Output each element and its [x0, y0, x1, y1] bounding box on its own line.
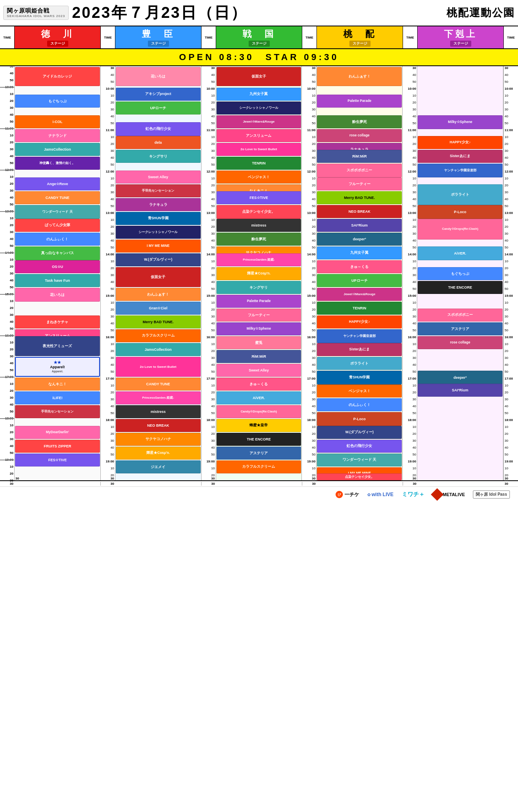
event-task[interactable]: Task have Fun	[15, 274, 100, 287]
event-kiraboshi-toy[interactable]: 輝星★Cosμ'n.	[116, 447, 201, 460]
event-shinshi[interactable]: 神使轟く、激情の如く。	[15, 157, 100, 170]
event-canvas[interactable]: 真っ白なキャンバス	[15, 246, 100, 260]
event-nonfiku[interactable]: のんふぃく！	[15, 233, 100, 246]
event-imymmine[interactable]: I MY ME MINE	[116, 240, 201, 253]
event-mitsu-sen[interactable]: 蜜兎	[217, 336, 301, 349]
event-fruity-mom[interactable]: フルーティー	[317, 177, 402, 190]
event-tenrin-sen[interactable]: TENRIN	[217, 157, 301, 170]
event-jams[interactable]: JamsCollection	[15, 143, 100, 156]
event-spopo-gek[interactable]: スポポポポニー	[418, 309, 503, 322]
event-milky-sen[interactable]: Milky☆Sphene	[217, 322, 301, 335]
event-rose-mom[interactable]: rose collage	[317, 129, 402, 142]
event-kyukuru-sen[interactable]: きゅ～くる	[217, 378, 301, 391]
event-palette-sen[interactable]: Palette Parade	[217, 295, 301, 308]
event-moguchippu-gek[interactable]: もぐちっぷ	[418, 267, 503, 280]
event-kiraboshi-sen[interactable]: 輝星★Cosμ'n.	[217, 267, 301, 280]
event-festive-sen[interactable]: FES☆TIVE	[217, 191, 301, 204]
event-deeper-mom[interactable]: deeper²	[317, 233, 402, 246]
event-nonfiku-mom[interactable]: のんふぃく！	[317, 398, 402, 411]
event-neo-break-mom[interactable]: NEO BREAK	[317, 205, 402, 218]
event-mistress-sen[interactable]: mistress	[217, 219, 301, 232]
event-aoshun-mom[interactable]: 青SHUN学園	[317, 371, 402, 384]
event-moguchippu[interactable]: もぐちっぷ	[15, 95, 100, 108]
event-ilife[interactable]: iLIFE!	[15, 391, 100, 404]
event-sai2rium-gek[interactable]: SAI²Rium	[418, 384, 503, 397]
event-sister-mom[interactable]: Sisterあにま	[317, 343, 402, 356]
event-hachimitsu[interactable]: 蜂蜜★皇帝	[217, 419, 301, 432]
event-kingsari-toy[interactable]: キングサリ	[116, 150, 201, 163]
event-sweet-alley-sen[interactable]: Sweet Alley	[217, 364, 301, 377]
event-patten[interactable]: ぱってん少女隊	[15, 219, 100, 232]
event-ange[interactable]: Ange☆Reve	[15, 177, 100, 190]
event-rim-sen[interactable]: ЯiM:MiR	[217, 350, 301, 363]
event-yanchan-mom[interactable]: ヤンチャン学園音楽部	[317, 329, 402, 343]
event-jewel-mom[interactable]: Jewel☆Mare&Rouge	[317, 288, 402, 301]
event-kyushu-mom[interactable]: 九州女子翼	[317, 246, 402, 259]
event-benjas-mom[interactable]: ベンジャス！	[317, 384, 402, 397]
event-festive-tok[interactable]: FES☆TIVE	[15, 454, 100, 466]
event-jewel-sen[interactable]: Jewel☆Mare&Rouge	[217, 115, 301, 128]
event-idol-college[interactable]: アイドルカレッジ	[15, 67, 100, 86]
event-hana-toy[interactable]: 花いろは	[116, 67, 201, 86]
event-encore-gek[interactable]: THE ENCORE	[418, 281, 503, 294]
event-ploco-mom[interactable]: P-Loco	[317, 412, 402, 426]
event-polar-mom[interactable]: ポラライト	[317, 357, 402, 370]
event-tebasan-tok[interactable]: 手羽先センセーション	[15, 405, 100, 418]
event-merry-bad-toy[interactable]: Merry BAD TUNE.	[116, 315, 201, 328]
event-yakousei[interactable]: 夜光性アミューズ	[15, 336, 100, 356]
event-colorful-sen[interactable]: カラフルスクリーム	[217, 460, 301, 473]
event-kamen-toy[interactable]: 仮面女子	[116, 267, 201, 287]
event-asteria-sen[interactable]: アステリア	[217, 447, 301, 460]
event-icol[interactable]: i-COL	[15, 115, 100, 128]
event-fruits-zipper[interactable]: FRUITS ZIPPER	[15, 440, 100, 453]
event-upload-toy[interactable]: UPローチ	[116, 102, 201, 114]
event-tenrin-mom[interactable]: TENRIN	[317, 302, 402, 315]
event-2olove-sen[interactable]: 2o Love to Sweet Bullet	[217, 143, 301, 156]
event-double-v-toy[interactable]: W.(ダブルヴィー)	[116, 253, 201, 266]
event-secret-toy[interactable]: シークレットシャノワール	[116, 226, 201, 239]
event-upload-mom[interactable]: UPローチ	[317, 274, 402, 287]
event-wanfas-toy[interactable]: わんふぁす！	[116, 288, 201, 301]
event-apparel[interactable]: ★★ Apparel! Apparel.	[15, 357, 100, 377]
event-maneki[interactable]: まねきケチャ	[15, 315, 100, 328]
event-happy-gek[interactable]: HAPPY少女♪	[418, 136, 503, 149]
event-osu[interactable]: OS☆U	[15, 260, 100, 273]
event-sai2rium-1[interactable]: SAI²Rium	[317, 219, 402, 232]
event-princess-sen[interactable]: PrincessGarden-姫庭-	[217, 253, 301, 266]
event-nanaland[interactable]: ナナランド	[15, 129, 100, 142]
event-benjas-sen[interactable]: ベンジャス！	[217, 171, 301, 184]
event-mistress-toy[interactable]: mistress	[116, 405, 201, 418]
event-jams-toy[interactable]: JamsCollection	[116, 343, 201, 356]
event-sakuya-toy[interactable]: サクヤコノハナ	[116, 433, 201, 446]
event-rim-mom[interactable]: ЯiM:MiR	[317, 150, 402, 163]
event-mdd[interactable]: MyDearDarlin'	[15, 426, 100, 439]
event-wonder-mom[interactable]: ワンダーウィード 天	[317, 454, 402, 466]
event-polar-gek[interactable]: ポラライト	[418, 184, 503, 205]
event-candy-tune-tok[interactable]: CANDY TUNE	[15, 191, 100, 204]
event-princess-toy[interactable]: PrincessGarden-姫庭-	[116, 391, 201, 404]
event-hana-tok[interactable]: 花いろは	[15, 288, 100, 302]
event-wanfas-mom[interactable]: わんふぁす！	[317, 67, 402, 86]
event-jiemei[interactable]: ジエメイ	[116, 460, 201, 473]
event-dela[interactable]: dela	[116, 136, 201, 149]
event-double-v-mom[interactable]: W.(ダブルヴィー)	[317, 426, 402, 439]
event-encore-sen[interactable]: THE ENCORE	[217, 433, 301, 446]
event-neo-break-toy[interactable]: NEO BREAK	[116, 419, 201, 432]
event-merry-bad-mom[interactable]: Merry BAD TUNE.	[317, 191, 402, 204]
event-nankini-tok[interactable]: なんキニ！	[15, 378, 100, 391]
event-rose-gek[interactable]: rose collage	[418, 336, 503, 349]
event-ploco-gek[interactable]: P-Loco	[418, 205, 503, 219]
event-colorful-toy[interactable]: カラフルスクリーム	[116, 329, 201, 342]
event-kyukuru-mom[interactable]: きゅ～くる	[317, 260, 402, 273]
event-gran-ciel[interactable]: Gran☆Ciel	[116, 302, 201, 315]
event-ranakyu-toy[interactable]: ラナキュラ	[116, 198, 201, 211]
event-wonder-weed[interactable]: ワンダーウィード 天	[15, 205, 100, 219]
event-sister-gek[interactable]: Sisterあにま	[418, 150, 503, 163]
event-2olove-toy[interactable]: 2o Love to Sweet Bullet	[116, 357, 201, 377]
event-suisei-sen[interactable]: 酔生夢死	[217, 233, 301, 246]
event-rainbow-mom[interactable]: 虹色の飛行少女	[317, 440, 402, 453]
event-rainbow[interactable]: 虹色の飛行少女	[116, 122, 201, 136]
event-spopo-mom[interactable]: スポポポポニー	[317, 164, 402, 177]
event-sweet-alley-toy[interactable]: Sweet Alley	[116, 171, 201, 184]
event-tensen-1[interactable]: 点染テンセイ少女。	[217, 205, 301, 219]
